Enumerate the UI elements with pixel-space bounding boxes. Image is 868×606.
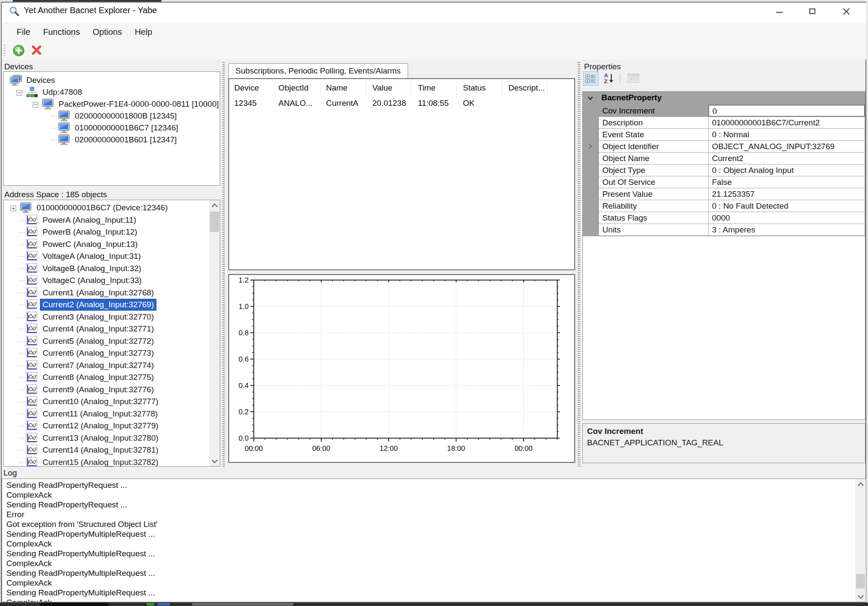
tree-connector: [18, 450, 25, 450]
category-collapse-icon[interactable]: [587, 95, 594, 102]
address-space-tree[interactable]: 010000000001B6C7 (Device:12346)PowerA (A…: [3, 200, 220, 467]
tree-item-020000000001b601[interactable]: 020000000001B601 [12347]: [4, 134, 220, 146]
property-grid[interactable]: BacnetPropertyCov Increment0Description0…: [582, 91, 865, 420]
column-header-device[interactable]: Device: [234, 83, 259, 93]
scroll-up-icon[interactable]: [855, 479, 866, 490]
property-name[interactable]: Object Name: [599, 153, 708, 164]
tree-connector: [18, 317, 25, 317]
log-panel[interactable]: Sending ReadPropertyRequest ...ComplexAc…: [2, 479, 866, 602]
tree-item-010000000001b6c7[interactable]: 010000000001B6C7 [12346]: [4, 122, 220, 134]
tree-item-current3[interactable]: Current3 (Analog_Input:32770): [4, 311, 220, 323]
tree-item-current2[interactable]: Current2 (Analog_Input:32769): [4, 299, 220, 311]
taskbar-strip: [0, 603, 868, 606]
tree-item-current6[interactable]: Current6 (Analog_Input:32773): [4, 347, 220, 360]
log-scrollbar[interactable]: [855, 479, 866, 602]
column-separator: [502, 81, 502, 98]
tree-item-label: Current2 (Analog_Input:32769): [40, 299, 156, 310]
tree-item-udp:47808[interactable]: Udp:47808: [4, 86, 220, 98]
tree-item-010000000001b6c7[interactable]: 010000000001B6C7 (Device:12346): [4, 202, 220, 214]
tree-item-voltageb[interactable]: VoltageB (Analog_Input:32): [4, 263, 220, 275]
close-button[interactable]: [837, 6, 856, 18]
menu-item-help[interactable]: Help: [128, 22, 159, 42]
tree-item-devices[interactable]: Devices: [4, 74, 220, 86]
analog-icon: [26, 251, 39, 262]
property-value[interactable]: 0: [709, 105, 865, 116]
tree-item-current9[interactable]: Current9 (Analog_Input:32776): [4, 384, 220, 396]
add-device-icon[interactable]: [13, 45, 25, 57]
expand-icon[interactable]: [11, 205, 16, 211]
tree-item-current7[interactable]: Current7 (Analog_Input:32774): [4, 360, 220, 372]
tree-item-current15[interactable]: Current15 (Analog_Input:32782): [4, 456, 220, 469]
splitter-left[interactable]: [222, 62, 225, 467]
tree-item-current14[interactable]: Current14 (Analog_Input:32781): [4, 444, 220, 456]
property-value[interactable]: 0000: [709, 212, 865, 224]
svg-text:18:00: 18:00: [447, 445, 465, 453]
property-name[interactable]: Object Type: [599, 164, 708, 176]
column-header-time[interactable]: Time: [418, 83, 436, 93]
property-value[interactable]: 21.1253357: [709, 188, 865, 200]
menu-item-functions[interactable]: Functions: [37, 22, 86, 42]
scroll-down-icon[interactable]: [855, 591, 866, 602]
tree-item-voltagea[interactable]: VoltageA (Analog_Input:31): [4, 250, 220, 263]
property-name[interactable]: Reliability: [599, 200, 708, 212]
property-value[interactable]: Current2: [709, 153, 865, 164]
menu-item-options[interactable]: Options: [86, 22, 128, 42]
minimize-button[interactable]: [769, 6, 789, 18]
tree-item-current8[interactable]: Current8 (Analog_Input:32775): [4, 371, 220, 384]
collapse-icon[interactable]: [17, 90, 22, 95]
analog-icon: [26, 239, 39, 250]
property-value[interactable]: 010000000001B6C7/Current2: [709, 117, 865, 128]
expand-property-icon[interactable]: [588, 142, 593, 150]
toolbar-grip[interactable]: [4, 45, 6, 56]
device-icon: [58, 122, 71, 133]
menu-item-file[interactable]: File: [10, 22, 37, 42]
property-name[interactable]: Cov Increment: [599, 105, 708, 116]
property-value[interactable]: OBJECT_ANALOG_INPUT:32769: [709, 141, 865, 152]
property-name[interactable]: Object Identifier: [599, 141, 708, 152]
tree-item-current1[interactable]: Current1 (Analog_Input:32768): [4, 287, 220, 299]
tree-item-powerb[interactable]: PowerB (Analog_Input:12): [4, 226, 220, 238]
column-header-status[interactable]: Status: [463, 83, 486, 93]
property-name[interactable]: Description: [599, 117, 708, 128]
property-value[interactable]: 0 : Normal: [709, 129, 865, 140]
column-header-descript[interactable]: Descript...: [508, 83, 545, 93]
subscriptions-table[interactable]: DeviceObjectIdNameValueTimeStatusDescrip…: [228, 78, 575, 270]
tree-item-powera[interactable]: PowerA (Analog_Input:11): [4, 214, 220, 227]
property-value[interactable]: 0 : Object Analog Input: [709, 164, 865, 176]
delete-icon[interactable]: [31, 44, 43, 56]
alphabetical-sort-icon[interactable]: A Z: [601, 71, 616, 86]
menu-bar: FileFunctionsOptionsHelp: [2, 22, 866, 42]
tree-item-current5[interactable]: Current5 (Analog_Input:32772): [4, 335, 220, 348]
tab-subscriptions[interactable]: Subscriptions, Periodic Polling, Events/…: [228, 63, 408, 78]
column-header-value[interactable]: Value: [372, 83, 392, 93]
tree-item-current10[interactable]: Current10 (Analog_Input:32777): [4, 396, 220, 408]
column-header-objectid[interactable]: ObjectId: [278, 83, 309, 93]
property-name[interactable]: Units: [599, 224, 708, 235]
screen: Yet Another Bacnet Explorer - Yabe FileF…: [0, 0, 868, 606]
log-line: Sending ReadPropertyRequest ...: [6, 481, 127, 490]
tree-item-current13[interactable]: Current13 (Analog_Input:32780): [4, 432, 220, 445]
maximize-button[interactable]: [803, 6, 822, 18]
property-value[interactable]: 0 : No Fault Detected: [709, 200, 865, 212]
tree-item-packetpower-f1e4-0000-0000-0811[interactable]: PacketPower-F1E4-0000-0000-0811 [10000]: [4, 98, 220, 110]
column-header-name[interactable]: Name: [326, 83, 348, 93]
property-value[interactable]: False: [709, 176, 865, 188]
scrollbar-thumb[interactable]: [856, 574, 865, 589]
collapse-icon[interactable]: [33, 102, 38, 107]
property-name[interactable]: Out Of Service: [599, 176, 708, 188]
tree-item-current11[interactable]: Current11 (Analog_Input:32778): [4, 408, 220, 420]
property-name[interactable]: Status Flags: [599, 212, 708, 224]
property-value[interactable]: 3 : Amperes: [709, 224, 865, 235]
devices-tree[interactable]: DevicesUdp:47808PacketPower-F1E4-0000-00…: [3, 71, 220, 186]
property-name[interactable]: Present Value: [599, 188, 708, 200]
svg-text:0.0: 0.0: [238, 434, 249, 442]
tree-item-powerc[interactable]: PowerC (Analog_Input:13): [4, 238, 220, 251]
categorized-icon[interactable]: [583, 71, 599, 86]
tree-item-020000000001800b[interactable]: 020000000001800B [12345]: [4, 110, 220, 122]
tree-item-current12[interactable]: Current12 (Analog_Input:32779): [4, 420, 220, 432]
splitter-right[interactable]: [578, 62, 580, 467]
tree-item-label: VoltageC (Analog_Input:33): [40, 275, 144, 286]
property-name[interactable]: Event State: [599, 129, 708, 140]
tree-item-voltagec[interactable]: VoltageC (Analog_Input:33): [4, 275, 220, 287]
tree-item-current4[interactable]: Current4 (Analog_Input:32771): [4, 323, 220, 335]
